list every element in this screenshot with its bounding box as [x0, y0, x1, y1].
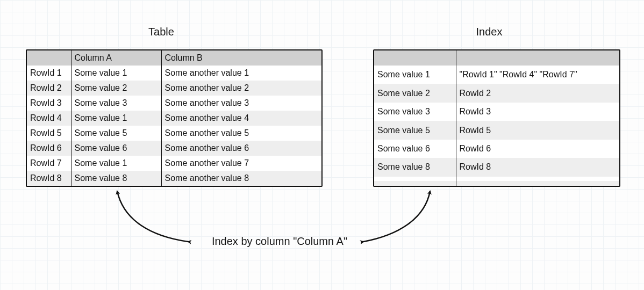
arrow-right [363, 191, 430, 242]
table-cell: RowId 4 [27, 111, 71, 126]
table-cell: "RowId 1" "RowId 4" "RowId 7" [456, 66, 619, 84]
right-header-1 [456, 50, 619, 66]
table-cell: Some value 8 [71, 171, 161, 186]
table-cell: RowId 7 [27, 156, 71, 171]
table-cell: RowId 5 [27, 126, 71, 141]
table-row: Some value 8RowId 8 [374, 158, 619, 176]
table-cell: Some value 8 [374, 158, 456, 176]
table-cell: Some another value 1 [161, 66, 321, 81]
table-cell: Some value 3 [71, 96, 161, 111]
table-cell: Some value 2 [71, 81, 161, 96]
table-cell: Some value 6 [374, 140, 456, 158]
table-cell: Some value 5 [374, 121, 456, 139]
table-cell: Some another value 2 [161, 81, 321, 96]
table-cell [456, 181, 619, 186]
table-row: RowId 1Some value 1Some another value 1 [27, 66, 321, 81]
index-title: Index [457, 26, 521, 38]
table-row: RowId 7Some value 1Some another value 7 [27, 156, 321, 171]
table-cell: RowId 5 [456, 121, 619, 139]
table-row: RowId 5Some value 5Some another value 5 [27, 126, 321, 141]
table-cell: Some value 3 [374, 103, 456, 121]
table-row: Some value 2RowId 2 [374, 84, 619, 102]
table-cell: Some value 1 [71, 156, 161, 171]
table-cell [374, 177, 456, 182]
table-header-row: Column A Column B [27, 50, 321, 66]
table-cell: Some another value 6 [161, 141, 321, 156]
left-table-box: Column A Column B RowId 1Some value 1Som… [26, 49, 323, 187]
table-header-row [374, 50, 619, 66]
table-row: Some value 1"RowId 1" "RowId 4" "RowId 7… [374, 66, 619, 84]
table-cell: Some another value 5 [161, 126, 321, 141]
table-row: RowId 2Some value 2Some another value 2 [27, 81, 321, 96]
table-cell: RowId 6 [456, 140, 619, 158]
table-cell: RowId 2 [456, 84, 619, 102]
table-cell: RowId 8 [456, 158, 619, 176]
left-header-2: Column B [161, 50, 321, 66]
table-cell: Some value 6 [71, 141, 161, 156]
left-table: Column A Column B RowId 1Some value 1Som… [27, 50, 321, 186]
right-header-0 [374, 50, 456, 66]
table-cell: RowId 1 [27, 66, 71, 81]
table-row: Some value 3RowId 3 [374, 103, 619, 121]
table-cell: RowId 2 [27, 81, 71, 96]
table-cell: Some value 1 [374, 66, 456, 84]
table-cell: Some value 2 [374, 84, 456, 102]
table-cell: Some another value 7 [161, 156, 321, 171]
table-cell: RowId 3 [27, 96, 71, 111]
caption-text: Index by column "Column A" [194, 235, 366, 248]
table-row: RowId 6Some value 6Some another value 6 [27, 141, 321, 156]
table-cell: RowId 6 [27, 141, 71, 156]
table-cell: Some another value 8 [161, 171, 321, 186]
right-table: Some value 1"RowId 1" "RowId 4" "RowId 7… [374, 50, 619, 186]
table-row [374, 181, 619, 186]
table-row: RowId 4Some value 1Some another value 4 [27, 111, 321, 126]
table-title: Table [129, 26, 194, 38]
table-cell [374, 181, 456, 186]
right-table-box: Some value 1"RowId 1" "RowId 4" "RowId 7… [373, 49, 620, 187]
table-row: Some value 6RowId 6 [374, 140, 619, 158]
table-cell: Some value 5 [71, 126, 161, 141]
table-cell: Some value 1 [71, 111, 161, 126]
left-header-0 [27, 50, 71, 66]
table-cell [456, 177, 619, 182]
table-cell: RowId 8 [27, 171, 71, 186]
table-cell: RowId 3 [456, 103, 619, 121]
table-cell: Some another value 4 [161, 111, 321, 126]
arrow-left [117, 191, 188, 242]
table-cell: Some another value 3 [161, 96, 321, 111]
table-row: RowId 8Some value 8Some another value 8 [27, 171, 321, 186]
table-row: RowId 3Some value 3Some another value 3 [27, 96, 321, 111]
table-row: Some value 5RowId 5 [374, 121, 619, 139]
left-header-1: Column A [71, 50, 161, 66]
table-cell: Some value 1 [71, 66, 161, 81]
table-row [374, 177, 619, 182]
